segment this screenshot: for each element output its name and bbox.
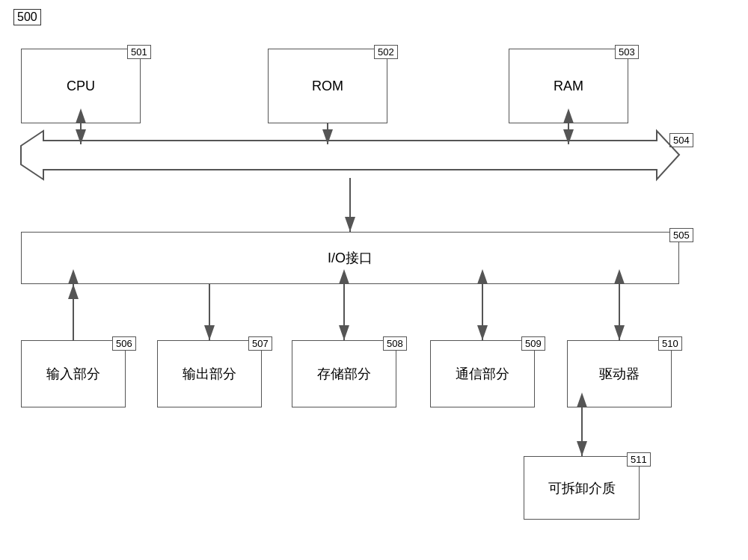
media-box: 可拆卸介质 [524,456,640,520]
input-label: 输入部分 [46,365,100,383]
io-box: I/O接口 [21,232,679,284]
svg-marker-3 [21,131,679,179]
input-ref: 506 [112,336,136,351]
input-box: 输入部分 [21,340,126,407]
storage-box: 存储部分 [292,340,396,407]
io-ref: 505 [669,228,693,242]
ram-box: RAM [509,49,628,123]
driver-label: 驱动器 [599,365,640,383]
diagram: 500 CPU 501 ROM 502 RAM 503 504 I/O接口 50… [0,0,748,560]
comm-ref: 509 [521,336,545,351]
cpu-box: CPU [21,49,141,123]
driver-box: 驱动器 [567,340,672,407]
rom-label: ROM [312,79,343,94]
media-label: 可拆卸介质 [548,479,616,497]
io-label: I/O接口 [328,249,373,267]
bus-arrow [21,131,679,179]
output-box: 输出部分 [157,340,262,407]
output-ref: 507 [248,336,272,351]
ram-label: RAM [554,79,583,94]
cpu-label: CPU [67,79,95,94]
comm-box: 通信部分 [430,340,535,407]
media-ref: 511 [627,452,651,467]
ram-ref: 503 [615,45,639,59]
comm-label: 通信部分 [456,365,509,383]
bus-ref: 504 [669,133,693,147]
outer-label: 500 [13,9,41,25]
storage-label: 存储部分 [317,365,371,383]
output-label: 输出部分 [183,365,236,383]
storage-ref: 508 [383,336,407,351]
rom-ref: 502 [374,45,398,59]
cpu-ref: 501 [127,45,151,59]
driver-ref: 510 [658,336,682,351]
rom-box: ROM [268,49,387,123]
